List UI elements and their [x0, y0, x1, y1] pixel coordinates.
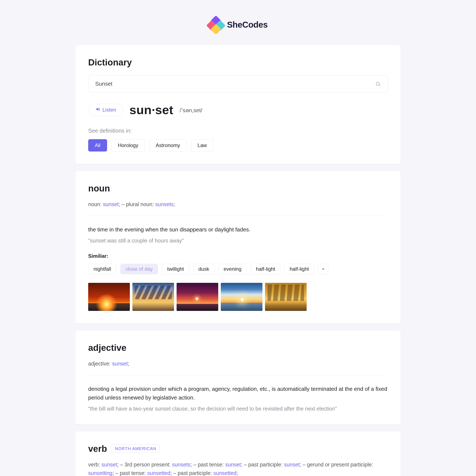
headword: sun·set — [129, 103, 173, 117]
similar-chip[interactable]: dusk — [193, 264, 215, 274]
pos-heading-verb: verb — [88, 444, 107, 454]
search-icon[interactable] — [375, 81, 381, 87]
see-definitions-label: See definitions in: — [88, 128, 388, 134]
form-link[interactable]: sunsets — [155, 201, 174, 207]
similar-chip[interactable]: half-light — [284, 264, 314, 274]
similar-chip[interactable]: twillight — [162, 264, 189, 274]
category-chip-all[interactable]: All — [88, 139, 107, 152]
search-container — [88, 75, 388, 92]
listen-button[interactable]: Listen — [88, 104, 123, 116]
adjective-definition: denoting a legal provision under which a… — [88, 385, 388, 402]
similar-chip-row: nightfallclose of daytwillightduskevenin… — [88, 264, 388, 274]
noun-example: "sunset was still a couple of hours away… — [88, 238, 388, 244]
form-link[interactable]: sunset — [225, 461, 241, 468]
similar-label: Similiar: — [88, 253, 388, 259]
category-chip-row: AllHorologyAstronomyLaw — [88, 139, 388, 152]
phonetic: /ˈsənˌset/ — [180, 107, 203, 114]
brand-name: SheCodes — [227, 20, 268, 30]
expand-similar-button[interactable] — [318, 264, 328, 274]
page-title: Dictionary — [88, 57, 388, 68]
form-link[interactable]: sunset — [102, 461, 117, 468]
verb-card: verb NORTH AMERICAN verb: sunset; – 3rd … — [75, 431, 401, 476]
category-chip-astronomy[interactable]: Astronomy — [149, 139, 187, 152]
verb-forms: verb: sunset; – 3rd person present: suns… — [88, 460, 388, 476]
similar-chip[interactable]: close of day — [120, 264, 158, 274]
form-link[interactable]: sunsetting — [88, 470, 112, 476]
form-link[interactable]: sunsets — [172, 461, 190, 468]
category-chip-horology[interactable]: Horology — [111, 139, 145, 152]
similar-chip[interactable]: nightfall — [88, 264, 117, 274]
result-image[interactable] — [265, 283, 307, 311]
listen-label: Listen — [102, 107, 116, 113]
similar-chip[interactable]: evening — [218, 264, 247, 274]
pos-heading-noun: noun — [88, 183, 388, 194]
form-link[interactable]: sunset — [103, 201, 119, 207]
form-link[interactable]: sunsetted — [213, 470, 236, 476]
noun-forms: noun: sunset; – plural noun: sunsets; — [88, 200, 388, 208]
adjective-card: adjective adjective: sunset; denoting a … — [75, 330, 401, 424]
form-link[interactable]: sunset — [284, 461, 300, 468]
result-image[interactable] — [88, 283, 130, 311]
adjective-example: "the bill will have a two-year sunset cl… — [88, 406, 388, 412]
svg-line-1 — [379, 85, 380, 86]
adjective-forms: adjective: sunset; — [88, 359, 388, 368]
chevron-down-icon — [322, 267, 325, 271]
noun-card: noun noun: sunset; – plural noun: sunset… — [75, 171, 401, 323]
header-card: Dictionary Listen sun·set /ˈsənˌset/ See… — [75, 45, 401, 164]
audio-icon — [95, 107, 100, 113]
category-chip-law[interactable]: Law — [191, 139, 213, 152]
image-row — [88, 283, 388, 311]
brand-header: SheCodes — [75, 17, 401, 32]
search-input[interactable] — [95, 81, 375, 87]
result-image[interactable] — [221, 283, 262, 311]
form-link[interactable]: sunsetted — [147, 470, 170, 476]
region-badge: NORTH AMERICAN — [112, 444, 160, 453]
result-image[interactable] — [177, 283, 218, 311]
logo-icon — [208, 17, 223, 32]
noun-definition: the time in the evening when the sun dis… — [88, 225, 388, 234]
result-image[interactable] — [132, 283, 174, 311]
form-link[interactable]: sunset — [112, 361, 128, 367]
pos-heading-adjective: adjective — [88, 343, 388, 353]
similar-chip[interactable]: half-light — [251, 264, 280, 274]
